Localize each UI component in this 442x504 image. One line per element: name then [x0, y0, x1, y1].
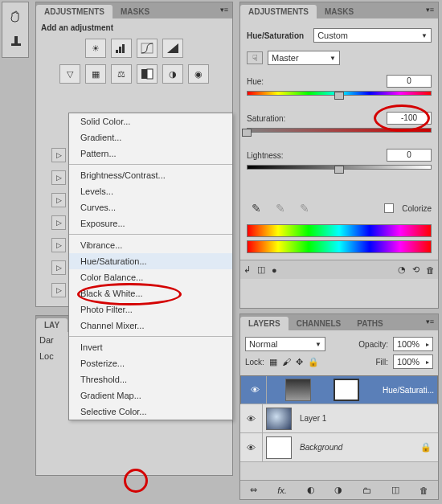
- opacity-input[interactable]: 100%▸: [393, 337, 433, 351]
- link-icon[interactable]: ⇔: [250, 485, 257, 495]
- tab-paths[interactable]: PATHS: [349, 317, 391, 330]
- mask-icon[interactable]: ◐: [307, 485, 315, 495]
- menu-item[interactable]: Levels...: [69, 183, 232, 199]
- channel-value: Master: [272, 53, 299, 63]
- panel-menu-icon-r[interactable]: ▾≡: [424, 4, 436, 15]
- menu-item[interactable]: Selective Color...: [69, 404, 232, 420]
- exposure-icon[interactable]: [162, 39, 183, 58]
- stamp-tool-icon[interactable]: [6, 30, 27, 51]
- view-icon[interactable]: ●: [272, 265, 277, 275]
- tab-layers-left[interactable]: LAY: [36, 318, 68, 332]
- hue-slider[interactable]: [247, 91, 432, 104]
- color-balance-icon[interactable]: ⚖: [111, 64, 132, 84]
- scrubby-icon[interactable]: ☟: [247, 51, 263, 64]
- menu-item[interactable]: Threshold...: [69, 371, 232, 387]
- reset-icon[interactable]: ⟲: [412, 264, 419, 275]
- layer-hue-saturation[interactable]: 👁 Hue/Saturati...: [240, 375, 438, 404]
- panel-menu-layers[interactable]: ▾≡: [424, 316, 436, 327]
- lock-position-icon[interactable]: ✥: [296, 357, 303, 367]
- visibility-icon[interactable]: 👁: [244, 376, 267, 404]
- colorize-checkbox[interactable]: [384, 203, 394, 213]
- menu-item[interactable]: Posterize...: [69, 355, 232, 371]
- menu-item[interactable]: Solid Color...: [69, 113, 232, 129]
- expand-icon[interactable]: ◫: [257, 264, 265, 275]
- photo-filter-icon[interactable]: ◑: [162, 64, 183, 84]
- menu-item[interactable]: Gradient...: [69, 129, 232, 145]
- menu-item[interactable]: Invert: [69, 339, 232, 355]
- layer-background[interactable]: 👁 Background 🔒: [240, 433, 438, 462]
- tools-column: [2, 2, 29, 58]
- hue-sat-icon[interactable]: ▦: [85, 64, 106, 84]
- spectrum-top: [247, 224, 432, 237]
- fill-label: Fill:: [375, 358, 388, 367]
- preset-select[interactable]: Custom▼: [313, 28, 432, 43]
- fill-input[interactable]: 100%▸: [393, 354, 433, 369]
- prev-state-icon[interactable]: ◔: [398, 264, 406, 275]
- svg-rect-4: [122, 44, 125, 53]
- tab-masks-r[interactable]: MASKS: [317, 5, 362, 18]
- channel-mixer-icon[interactable]: ◉: [188, 64, 209, 84]
- saturation-input[interactable]: -100: [387, 112, 432, 125]
- tab-layers[interactable]: LAYERS: [240, 317, 289, 330]
- layer-1[interactable]: 👁 Layer 1: [240, 404, 438, 433]
- menu-item[interactable]: Gradient Map...: [69, 387, 232, 404]
- opacity-label: Opacity:: [358, 340, 388, 349]
- clip-icon[interactable]: ↲: [244, 264, 251, 275]
- lightness-input[interactable]: 0: [387, 149, 432, 162]
- lock-pixels-icon[interactable]: 🖌: [282, 357, 291, 367]
- adjustment-layer-menu: Solid Color...Gradient...Pattern...Brigh…: [68, 113, 233, 420]
- new-adjustment-icon[interactable]: ◑: [334, 485, 342, 495]
- tab-channels[interactable]: CHANNELS: [289, 317, 350, 330]
- visibility-icon[interactable]: 👁: [240, 404, 263, 432]
- levels-icon[interactable]: [111, 39, 132, 58]
- menu-item[interactable]: Color Balance...: [69, 269, 232, 285]
- lock-transparent-icon[interactable]: ▦: [269, 357, 277, 367]
- trash-icon[interactable]: 🗑: [419, 486, 428, 495]
- svg-rect-7: [147, 69, 153, 79]
- layer-thumb: [266, 436, 292, 459]
- vibrance-icon[interactable]: ▽: [59, 64, 80, 84]
- menu-item[interactable]: Black & White...: [69, 285, 232, 301]
- eyedropper-sub-icon[interactable]: ✎: [300, 202, 309, 215]
- channel-select[interactable]: Master▼: [268, 51, 340, 65]
- trash-icon[interactable]: 🗑: [426, 265, 435, 275]
- blend-mode-select[interactable]: Normal▼: [245, 337, 325, 351]
- layer-mask-thumb[interactable]: [334, 379, 359, 401]
- hue-input[interactable]: 0: [387, 75, 432, 88]
- menu-item[interactable]: Photo Filter...: [69, 301, 232, 318]
- layers-list: 👁 Hue/Saturati... 👁 Layer 1 👁 Background…: [240, 375, 438, 462]
- eyedropper-icon[interactable]: ✎: [252, 202, 261, 215]
- menu-item[interactable]: Hue/Saturation...: [69, 253, 232, 269]
- tab-adjustments[interactable]: ADJUSTMENTS: [36, 5, 113, 18]
- tab-masks[interactable]: MASKS: [113, 5, 158, 18]
- menu-item[interactable]: Pattern...: [69, 145, 232, 162]
- menu-item[interactable]: Vibrance...: [69, 237, 232, 253]
- bw-icon[interactable]: [137, 64, 158, 84]
- tab-adjustments-r[interactable]: ADJUSTMENTS: [240, 5, 317, 18]
- eyedropper-add-icon[interactable]: ✎: [276, 202, 285, 215]
- menu-item[interactable]: Channel Mixer...: [69, 318, 232, 334]
- svg-rect-2: [116, 50, 118, 53]
- menu-item[interactable]: Exposure...: [69, 215, 232, 232]
- menu-item[interactable]: Brightness/Contrast...: [69, 167, 232, 183]
- hand-tool-icon[interactable]: [6, 6, 27, 27]
- menu-item[interactable]: Curves...: [69, 199, 232, 215]
- group-icon[interactable]: 🗀: [362, 486, 371, 495]
- layers-panel-right: LAYERS CHANNELS PATHS ▾≡ Normal▼ Opacity…: [239, 313, 439, 500]
- brightness-icon[interactable]: ☀: [85, 39, 106, 58]
- saturation-slider[interactable]: [247, 128, 432, 141]
- lightness-slider[interactable]: [247, 165, 432, 178]
- spectrum-bottom: [247, 240, 432, 253]
- lock-label: Lock:: [245, 358, 264, 367]
- panel-menu-icon[interactable]: ▾≡: [218, 4, 231, 15]
- layers-bottom-bar: ⇔ fx. ◐ ◑ 🗀 ◫ 🗑: [240, 480, 438, 499]
- new-layer-icon[interactable]: ◫: [391, 485, 399, 495]
- preset-value: Custom: [317, 31, 348, 40]
- lock-icon: 🔒: [420, 442, 432, 453]
- fx-icon[interactable]: fx.: [277, 486, 287, 495]
- curves-icon[interactable]: [137, 39, 158, 58]
- saturation-label: Saturation:: [247, 114, 285, 123]
- lock-all-icon[interactable]: 🔒: [308, 357, 319, 367]
- layer-name: Hue/Saturati...: [383, 386, 434, 395]
- visibility-icon[interactable]: 👁: [240, 433, 263, 461]
